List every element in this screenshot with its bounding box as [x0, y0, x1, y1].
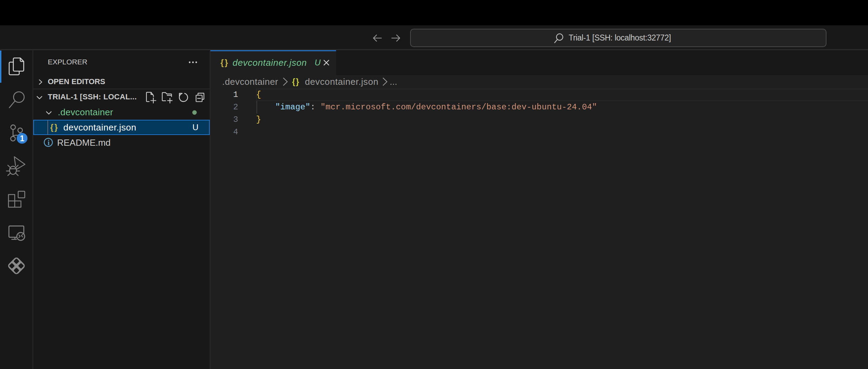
svg-text:1: 1: [20, 134, 24, 143]
svg-text:i: i: [47, 138, 49, 147]
